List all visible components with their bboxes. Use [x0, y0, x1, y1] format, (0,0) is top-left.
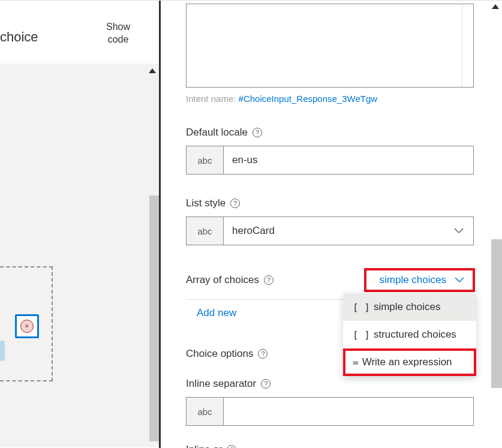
tab-choice[interactable]: choice [0, 29, 38, 45]
inline-separator-group: Inline separator ? abc [186, 378, 475, 426]
help-icon[interactable]: ? [258, 349, 267, 359]
list-style-group: List style ? abc heroCard [186, 197, 475, 245]
list-style-value: heroCard [224, 217, 473, 245]
dropdown-item-label: Write an expression [362, 356, 452, 368]
help-icon[interactable]: ? [252, 128, 262, 137]
array-of-choices-label: Array of choices [186, 274, 259, 286]
dropdown-item-structured-choices[interactable]: [ ] structured choices [343, 321, 476, 348]
inline-or-label: Inline or [186, 444, 222, 448]
brackets-icon: [ ] [353, 329, 370, 341]
help-icon[interactable]: ? [227, 445, 236, 448]
left-header: choice Show code [0, 1, 159, 64]
list-style-label: List style [186, 197, 226, 209]
inline-separator-input[interactable] [224, 398, 473, 425]
scroll-up-arrow-icon[interactable] [149, 68, 156, 73]
help-icon[interactable]: ? [230, 199, 240, 208]
choices-type-current: simple choices [380, 274, 447, 286]
help-icon[interactable]: ? [261, 379, 270, 389]
chevron-down-icon [455, 274, 464, 286]
input-type-prefix: abc [187, 146, 224, 174]
dropdown-item-simple-choices[interactable]: [ ] simple choices [343, 293, 476, 321]
array-of-choices-row: Array of choices ? simple choices [ ] si… [186, 268, 475, 292]
choices-type-dropdown-button[interactable]: simple choices [364, 268, 476, 292]
inline-or-group: Inline or ? abc [186, 444, 475, 448]
canvas-body: ✕ [0, 64, 159, 447]
list-style-select[interactable]: abc heroCard [186, 217, 474, 245]
default-locale-input[interactable] [224, 146, 473, 174]
default-locale-label: Default locale [186, 127, 248, 139]
dropdown-item-label: structured choices [374, 329, 456, 341]
equals-icon: = [353, 357, 359, 368]
help-icon[interactable]: ? [264, 275, 273, 285]
canvas-panel: choice Show code ✕ [0, 1, 159, 448]
choices-type-dropdown: [ ] simple choices [ ] structured choice… [343, 293, 476, 376]
flow-error-node[interactable]: ✕ [15, 314, 39, 338]
flow-node-edge [0, 341, 5, 361]
intent-label: Intent name: [186, 94, 239, 104]
response-textarea[interactable] [186, 4, 474, 88]
brackets-icon: [ ] [353, 302, 370, 313]
intent-row: Intent name: #ChoiceInput_Response_3WeTg… [186, 94, 475, 104]
show-code-button[interactable]: Show code [106, 19, 147, 46]
dropdown-item-write-expression[interactable]: = Write an expression [343, 348, 476, 376]
default-locale-group: Default locale ? abc [186, 127, 475, 175]
properties-panel: Intent name: #ChoiceInput_Response_3WeTg… [161, 1, 502, 448]
choice-options-label: Choice options [186, 348, 253, 360]
add-new-choice-link[interactable]: Add new [197, 307, 236, 319]
dropdown-item-label: simple choices [374, 301, 441, 313]
intent-link[interactable]: #ChoiceInput_Response_3WeTgw [239, 94, 378, 104]
error-icon: ✕ [20, 320, 34, 333]
input-type-prefix: abc [187, 217, 224, 245]
input-type-prefix: abc [187, 398, 224, 425]
left-scrollbar[interactable] [149, 196, 159, 441]
inline-separator-label: Inline separator [186, 378, 256, 390]
